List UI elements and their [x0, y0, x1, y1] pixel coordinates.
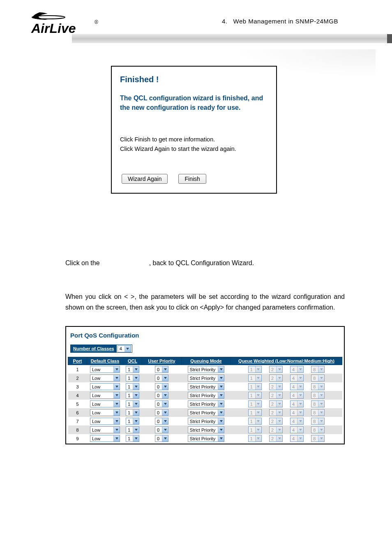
- select-control: 2: [269, 426, 283, 433]
- select-control[interactable]: 1: [126, 435, 139, 442]
- chevron-down-icon: [255, 435, 261, 442]
- cell-queuing-mode: Strict Priority: [182, 400, 231, 408]
- select-control[interactable]: Low: [90, 383, 120, 390]
- col-user-priority: User Priority: [142, 357, 182, 365]
- finish-button[interactable]: Finish: [178, 174, 206, 184]
- select-control[interactable]: Low: [90, 375, 120, 382]
- select-control[interactable]: 0: [155, 366, 168, 373]
- paragraph-1b: , back to QCL Configuration Wizard.: [149, 259, 254, 266]
- select-control[interactable]: 1: [126, 375, 139, 382]
- select-control[interactable]: Strict Priority: [188, 409, 224, 416]
- chevron-down-icon: [162, 418, 168, 424]
- cell-queue-weighted: 1248: [231, 434, 342, 443]
- table-row: 6Low10Strict Priority1248: [68, 408, 342, 417]
- wizard-hint-line2: Click Wizard Again to start the wizard a…: [120, 144, 268, 153]
- cell-user-priority: 0: [142, 374, 182, 382]
- select-control[interactable]: 0: [155, 375, 168, 382]
- wizard-again-button[interactable]: Wizard Again: [122, 174, 168, 184]
- chevron-down-icon: [133, 435, 139, 442]
- select-control[interactable]: 1: [126, 400, 139, 407]
- select-value: Strict Priority: [188, 436, 218, 441]
- select-control[interactable]: 0: [155, 435, 168, 442]
- header-divider: [72, 34, 392, 43]
- chevron-down-icon: [297, 409, 303, 416]
- select-control[interactable]: Low: [90, 426, 120, 433]
- select-control: 4: [290, 392, 304, 399]
- select-control[interactable]: Strict Priority: [188, 426, 224, 433]
- select-value: 1: [249, 393, 255, 398]
- select-value: 0: [155, 384, 162, 389]
- wizard-subtitle: The QCL configuration wizard is finished…: [120, 93, 268, 112]
- chevron-down-icon: [113, 435, 120, 442]
- chevron-down-icon: [318, 409, 324, 416]
- select-control[interactable]: Low: [90, 418, 120, 425]
- select-control[interactable]: Low: [90, 366, 120, 373]
- cell-queuing-mode: Strict Priority: [182, 374, 231, 382]
- select-control[interactable]: 1: [126, 366, 139, 373]
- chevron-down-icon: [218, 375, 224, 381]
- cell-qcl: 1: [123, 400, 142, 408]
- select-control[interactable]: 0: [155, 392, 168, 399]
- select-control[interactable]: Strict Priority: [188, 392, 224, 399]
- select-control: 1: [248, 400, 262, 407]
- cell-qcl: 1: [123, 391, 142, 400]
- chevron-down-icon: [218, 392, 224, 398]
- select-control: 8: [311, 375, 325, 382]
- select-control: 1: [248, 392, 262, 399]
- cell-default-class: Low: [87, 400, 123, 408]
- select-control[interactable]: Low: [90, 435, 120, 442]
- select-control[interactable]: 1: [126, 418, 139, 425]
- select-control: 8: [311, 418, 325, 425]
- select-control[interactable]: 0: [155, 418, 168, 425]
- select-value: 1: [126, 410, 133, 415]
- chevron-down-icon: [276, 427, 282, 433]
- chevron-down-icon: [255, 392, 261, 398]
- select-value: 2: [270, 367, 276, 372]
- select-value: 0: [155, 428, 162, 432]
- queue-weight-group: 1248: [233, 383, 341, 390]
- select-control[interactable]: Low: [90, 392, 120, 399]
- select-control[interactable]: Strict Priority: [188, 400, 224, 407]
- select-control[interactable]: Strict Priority: [188, 375, 224, 382]
- col-port: Port: [68, 357, 87, 365]
- chevron-down-icon: [218, 384, 224, 390]
- select-control: 2: [269, 383, 283, 390]
- cell-user-priority: 0: [142, 400, 182, 408]
- select-value: 8: [311, 393, 318, 398]
- chevron-down-icon: [318, 375, 324, 381]
- cell-default-class: Low: [87, 391, 123, 400]
- select-control[interactable]: Strict Priority: [188, 435, 224, 442]
- select-control: 4: [290, 409, 304, 416]
- select-control[interactable]: Strict Priority: [188, 418, 224, 425]
- select-control[interactable]: 0: [155, 400, 168, 407]
- select-control[interactable]: 1: [126, 426, 139, 433]
- select-value: 1: [249, 410, 255, 415]
- select-control[interactable]: 1: [126, 392, 139, 399]
- wizard-hint: Click Finish to get more information. Cl…: [120, 135, 268, 153]
- chevron-down-icon: [218, 427, 224, 433]
- cell-queue-weighted: 1248: [231, 400, 342, 408]
- number-of-classes-select[interactable]: 4: [117, 345, 132, 352]
- select-control[interactable]: Low: [90, 409, 120, 416]
- chevron-down-icon: [297, 392, 303, 398]
- select-control[interactable]: 0: [155, 426, 168, 433]
- cell-queue-weighted: 1248: [231, 365, 342, 374]
- select-control[interactable]: Strict Priority: [188, 383, 224, 390]
- cell-port: 8: [68, 426, 87, 434]
- select-control[interactable]: 1: [126, 409, 139, 416]
- select-value: 2: [270, 419, 276, 424]
- select-control[interactable]: Strict Priority: [188, 366, 224, 373]
- qos-table: Port Default Class QCL User Priority Que…: [68, 357, 342, 443]
- select-control[interactable]: 0: [155, 409, 168, 416]
- select-control[interactable]: 1: [126, 383, 139, 390]
- cell-qcl: 1: [123, 382, 142, 391]
- select-value: 1: [249, 428, 255, 432]
- select-control[interactable]: 0: [155, 383, 168, 390]
- select-control[interactable]: Low: [90, 400, 120, 407]
- chevron-down-icon: [218, 409, 224, 416]
- select-control: 2: [269, 400, 283, 407]
- select-value: Low: [90, 384, 113, 389]
- chevron-down-icon: [276, 366, 282, 372]
- col-queuing-mode: Queuing Mode: [182, 357, 231, 365]
- select-value: 4: [291, 436, 297, 441]
